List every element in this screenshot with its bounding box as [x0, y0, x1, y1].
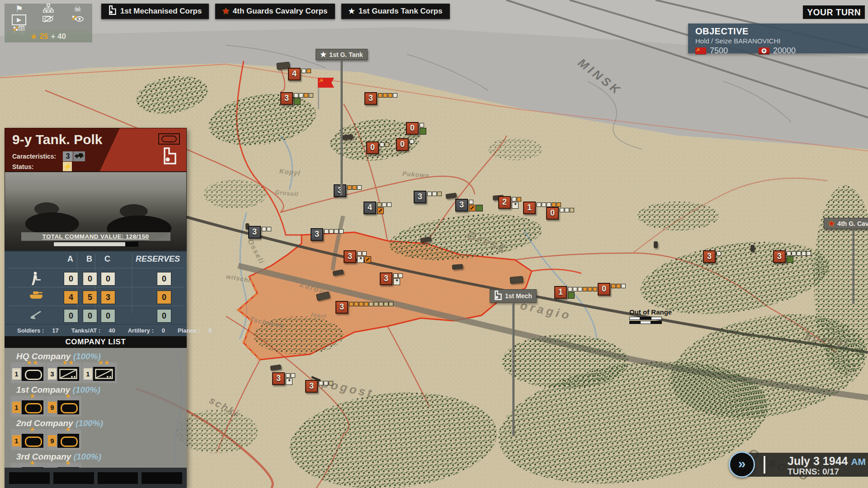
tank-symbol	[22, 367, 43, 381]
cav-model	[654, 241, 658, 248]
company-unit-chip[interactable]: ★★ 1	[82, 362, 117, 383]
tank-symbol	[57, 400, 79, 414]
unit-counter[interactable]: 4	[288, 68, 301, 80]
unit-counter[interactable]: 0	[406, 122, 419, 135]
veterancy-stars: ★★	[22, 359, 43, 366]
entrench-icon	[364, 256, 371, 263]
corps-tab-1[interactable]: 1st Mechanised Corps	[101, 4, 209, 19]
unit-counter[interactable]: 4	[363, 202, 376, 214]
unit-counter[interactable]: 0	[366, 141, 379, 154]
tank-nato-symbol	[158, 133, 180, 145]
unit-counter-strength: 0	[550, 208, 555, 217]
company-unit-chip[interactable]: ★ 1	[11, 396, 46, 417]
map-scale-bar	[629, 317, 672, 320]
veterancy-stars: ★★	[93, 359, 115, 366]
red-star-icon: ★	[222, 7, 229, 16]
strength-cell: 0	[101, 272, 115, 286]
score-bar: ★ 25 + 40	[5, 31, 92, 42]
action-slot[interactable]	[142, 472, 182, 484]
unit-counter[interactable]: 3	[703, 250, 716, 263]
status-label: Status:	[12, 163, 33, 170]
unit-counter[interactable]: 0	[598, 283, 610, 296]
unit-counter-strength: 1	[558, 287, 563, 296]
unit-counter[interactable]: 3	[364, 92, 377, 105]
unit-counter-strength: 3	[284, 94, 289, 103]
unit-counter[interactable]: 2*	[498, 196, 511, 209]
unit-counter[interactable]: 3	[311, 228, 323, 241]
map-billboard[interactable]: ★4th G. Cava...	[824, 218, 868, 229]
flag-icon[interactable]: ⚑	[12, 4, 26, 14]
unit-counter[interactable]: 3	[334, 184, 346, 197]
truck-icon	[73, 151, 85, 161]
unit-counter[interactable]: 3	[414, 191, 426, 203]
end-turn-button[interactable]: »	[729, 451, 755, 478]
table-col-A: A	[67, 254, 73, 264]
unit-counter-strength: 3	[252, 227, 257, 236]
unit-counter[interactable]: 0	[546, 207, 559, 220]
orgchart-icon[interactable]	[42, 4, 55, 14]
turn-panel: » July 3 1944 AM TURNS: 0/17	[739, 453, 868, 477]
eye-pips-icon[interactable]	[71, 14, 85, 25]
table-col-reserves: RESERVES	[136, 254, 180, 264]
unit-info-panel: 9-y Tank. Polk Caracteristics: 3 Status:…	[5, 128, 187, 488]
skull-icon[interactable]: ☠	[71, 4, 85, 14]
unit-counter[interactable]: 3	[335, 301, 348, 314]
strength-cell: 0	[101, 309, 115, 323]
unit-counter[interactable]: 0	[396, 138, 409, 151]
company-unit-chip[interactable]: ★★ 1	[11, 362, 46, 383]
green-flag-icon	[787, 256, 793, 263]
unit-counter-strength: 3	[315, 230, 319, 239]
company-unit-chip[interactable]: ★ 1	[11, 429, 46, 450]
objective-subtitle: Hold / Seize BARANOVICHI	[695, 37, 868, 45]
unit-counter[interactable]: 3*	[272, 372, 285, 385]
corps-tab-2[interactable]: ★4th Guards Cavalry Corps	[215, 4, 335, 19]
infantry-icon	[26, 272, 46, 287]
table-col-C: C	[104, 254, 110, 264]
green-flag-icon	[476, 205, 483, 211]
tank-model	[509, 276, 523, 284]
unit-counter-strength: 3	[707, 252, 712, 261]
billboard-pole	[512, 303, 514, 436]
strength-cell: 0	[83, 272, 97, 286]
company-unit-chip[interactable]: ★★ 3	[47, 362, 81, 383]
tcv-label: TOTAL COMMAND VALUE: 128/150	[21, 232, 170, 241]
german-flag-icon	[759, 47, 769, 54]
score-bonus: + 40	[51, 32, 66, 41]
unit-counter[interactable]: 3	[305, 380, 318, 393]
unit-counter[interactable]: 3	[455, 199, 468, 211]
unit-counter[interactable]: 3	[248, 226, 261, 239]
corps-tab-3[interactable]: ★1st Guards Tank Corps	[341, 4, 450, 19]
action-slot[interactable]	[98, 472, 138, 484]
action-slot[interactable]	[9, 472, 50, 484]
artillery-icon	[26, 309, 46, 321]
unit-strength-table: ABCRESERVES000045300000	[5, 251, 187, 324]
date-label: July 3 1944	[788, 455, 848, 467]
map-billboard[interactable]: 1st Mech	[490, 289, 537, 303]
unit-counter[interactable]: 3	[773, 250, 786, 263]
unit-counter[interactable]: 3	[280, 92, 293, 105]
entrench-icon	[469, 205, 476, 211]
veterancy-stars: ★	[22, 426, 43, 433]
reserve-cell: 0	[157, 309, 171, 323]
company-unit-chip[interactable]: ★ 9	[47, 396, 81, 417]
ampm-label: AM	[851, 456, 866, 467]
unit-counter[interactable]: 3*	[344, 250, 356, 263]
unit-counter[interactable]: 1	[554, 286, 567, 299]
mech-corps-icon	[163, 147, 177, 166]
hidden-eye-icon[interactable]	[42, 14, 55, 25]
veterancy-stars: ★	[57, 459, 79, 466]
company-section: 2nd Company (100%) ★ 1 ★ 9	[5, 418, 187, 450]
green-flag-icon	[568, 292, 575, 299]
stat-label: Artillery :	[128, 327, 154, 334]
unit-header: 9-y Tank. Polk Caracteristics: 3 Status:…	[5, 128, 187, 172]
company-unit-chip[interactable]: ★ 9	[47, 429, 81, 450]
billboard-pole	[340, 60, 343, 196]
unit-counter-strength: 1	[527, 203, 532, 212]
action-slot[interactable]	[53, 472, 94, 484]
unit-counter[interactable]: 1	[523, 202, 536, 214]
play-icon[interactable]: ▶	[12, 14, 26, 25]
stat-label: Tanks/AT :	[71, 327, 101, 334]
mech-corps-icon	[108, 5, 117, 17]
unit-counter[interactable]: 3*	[380, 272, 392, 285]
map-billboard[interactable]: ★1st G. Tank	[316, 49, 368, 60]
